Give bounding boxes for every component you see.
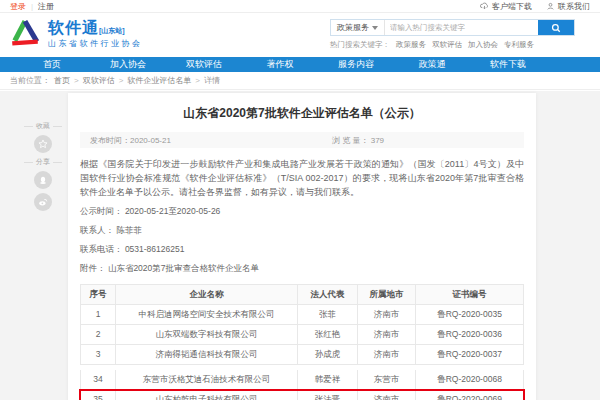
logo-title: 软件通 [48,20,99,36]
nav-item-shuangruan[interactable]: 双软评估 [166,58,242,71]
publish-time-label: 发布时间： [90,135,130,146]
share-tools: 收藏 分享 [24,117,62,215]
col-header-city: 所属地市 [358,284,416,305]
breadcrumb-label: 当前位置： [10,75,50,86]
nav-item-home[interactable]: 首页 [14,58,90,71]
hot-keyword-patent[interactable]: 专利服务 [504,40,534,50]
client-download-link[interactable]: 客户端下载 [480,1,532,12]
table-row: 3 济南得韬通信科技有限公司 孙成虎 济南市 鲁RQ-2020-0037 [80,345,524,365]
publicity-label: 公示时间： [80,206,123,216]
cell-no: 35 [80,390,116,400]
cell-cert: 鲁RQ-2020-0035 [416,305,524,325]
site-logo[interactable]: 软件通 [山东站] 山东省软件行业协会 [8,17,143,51]
cell-cert: 鲁RQ-2020-0069 [416,390,524,400]
nav-item-policy[interactable]: 政策通 [394,58,470,71]
cell-company: 东营市沃格艾迪石油技术有限公司 [116,370,298,390]
client-download-label: 客户端下载 [492,1,532,12]
cell-no: 34 [80,370,116,390]
cell-city: 济南市 [358,325,416,345]
contact-us-label: 联系我们 [558,1,590,12]
divider: | [31,2,33,11]
contact-value: 陈菲菲 [116,225,142,235]
col-header-company: 企业名称 [116,284,298,305]
cell-company: 济南得韬通信科技有限公司 [116,345,298,365]
breadcrumb-shuangruan[interactable]: 双软评估 [83,75,115,86]
cell-cert: 鲁RQ-2020-0068 [416,370,524,390]
chevron-down-icon [372,26,378,30]
main-area: 收藏 分享 山东省2020第7批软件企业评估名单（公示） 发布时间： 2020-… [0,91,600,400]
hot-keywords: 热门搜索关键字： 政策服务 双软评估 加入协会 专利服务 [330,40,575,50]
breadcrumb-separator: > [195,76,200,85]
cell-no: 2 [80,325,116,345]
publish-time-value: 2020-05-21 [130,136,171,145]
breadcrumb-separator: > [119,76,124,85]
nav-item-join[interactable]: 加入协会 [90,58,166,71]
cell-legal: 张红艳 [298,325,358,345]
cell-legal: 张法晋 [298,390,358,400]
hot-keyword-shuangruan[interactable]: 双软评估 [432,40,462,50]
logo-subtitle: 山东省软件行业协会 [48,38,143,49]
favorite-label: 收藏 [24,121,62,131]
search-button[interactable] [538,20,574,35]
phone-value: 0531-86126251 [125,244,185,254]
enterprise-table: 序号 企业名称 法人代表 所属地市 证书编号 1 中科启迪网络空间安全技术有限公… [80,284,524,400]
table-row: 1 中科启迪网络空间安全技术有限公司 张菲 济南市 鲁RQ-2020-0035 [80,305,524,325]
cell-cert: 鲁RQ-2020-0037 [416,345,524,365]
col-header-cert: 证书编号 [416,284,524,305]
cell-city: 东营市 [358,370,416,390]
share-label: 分享 [24,157,62,167]
page-title: 山东省2020第7批软件企业评估名单（公示） [80,105,524,122]
cell-company: 中科启迪网络空间安全技术有限公司 [116,305,298,325]
publicity-value: 2020-05-21至2020-05-26 [125,206,220,216]
search-input[interactable] [385,20,538,35]
search-area: 政策服务 热门搜索关键字： 政策服务 双软评估 加入协会 专利服务 [330,19,575,50]
breadcrumb-home[interactable]: 首页 [54,75,70,86]
table-row: 34 东营市沃格艾迪石油技术有限公司 韩爱祥 东营市 鲁RQ-2020-0068 [80,370,524,390]
cell-company: 山东柏乾电子科技有限公司 [116,390,298,400]
logo-station: [山东站] [99,26,125,36]
col-header-no: 序号 [80,284,116,305]
weibo-icon[interactable] [34,193,52,211]
article-paragraph: 根据《国务院关于印发进一步鼓励软件产业和集成电路产业发展若干政策的通知》（国发〔… [80,157,524,199]
cell-legal: 韩爱祥 [298,370,358,390]
login-link[interactable]: 登录 [10,1,26,12]
contact-person-line: 联系人： 陈菲菲 [80,225,524,237]
hot-keyword-policy[interactable]: 政策服务 [396,40,426,50]
pinwheel-logo-icon [8,17,42,51]
person-icon [546,2,555,11]
cloud-download-icon [480,2,489,11]
phone-label: 联系电话： [80,244,123,254]
nav-item-download[interactable]: 软件下载 [470,58,546,71]
table-row-highlighted: 35 山东柏乾电子科技有限公司 张法晋 济南市 鲁RQ-2020-0069 [80,390,524,400]
main-nav: 首页 加入协会 双软评估 著作权 服务内容 政策通 软件下载 [0,57,600,72]
nav-item-services[interactable]: 服务内容 [318,58,394,71]
cell-no: 1 [80,305,116,325]
search-category-dropdown[interactable]: 政策服务 [331,20,385,35]
hot-keywords-label: 热门搜索关键字： [330,40,390,50]
site-header: 软件通 [山东站] 山东省软件行业协会 政策服务 热门搜索关键字： 政策服务 [0,13,600,57]
cell-legal: 张菲 [298,305,358,325]
article-meta: 发布时间： 2020-05-21 浏 览 量： 379 [80,132,524,148]
search-category-label: 政策服务 [337,22,369,33]
cell-legal: 孙成虎 [298,345,358,365]
cell-no: 3 [80,345,116,365]
cell-city: 济南市 [358,390,416,400]
star-icon[interactable] [34,135,52,153]
attachment-link[interactable]: 山东省2020第7批审查合格软件企业名单 [108,263,259,273]
nav-item-copyright[interactable]: 著作权 [242,58,318,71]
search-icon [551,23,561,33]
views-value: 379 [371,136,384,145]
register-link[interactable]: 注册 [38,1,54,12]
breadcrumb-list[interactable]: 软件企业评估名单 [127,75,191,86]
qq-icon[interactable] [34,171,52,189]
breadcrumb-separator: > [74,76,79,85]
views-label: 浏 览 量： [332,136,368,145]
table-row: 2 山东双端数字科技有限公司 张红艳 济南市 鲁RQ-2020-0036 [80,325,524,345]
contact-us-link[interactable]: 联系我们 [546,1,590,12]
publicity-period-line: 公示时间： 2020-05-21至2020-05-26 [80,206,524,218]
contact-phone-line: 联系电话： 0531-86126251 [80,244,524,256]
article-card: 山东省2020第7批软件企业评估名单（公示） 发布时间： 2020-05-21 … [68,93,536,400]
table-header-row: 序号 企业名称 法人代表 所属地市 证书编号 [80,284,524,305]
hot-keyword-join[interactable]: 加入协会 [468,40,498,50]
top-utility-bar: 登录 | 注册 客户端下载 联系我们 [0,0,600,13]
